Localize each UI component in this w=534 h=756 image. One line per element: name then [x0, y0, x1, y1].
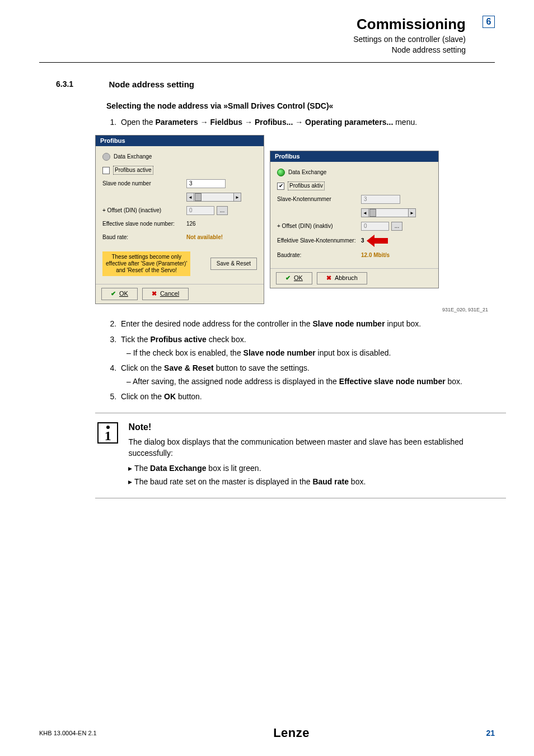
note-box: 1 Note! The dialog box displays that the…	[95, 413, 506, 498]
note-title: Note!	[128, 421, 504, 433]
dlg1-effective-label: Effective slave node number:	[102, 220, 186, 228]
dlg2-slave-knot-label: Slave-Knotennummer	[277, 195, 361, 203]
arrow-left-icon[interactable]: ◄	[361, 208, 369, 217]
dlg1-baud-value: Not available!	[186, 234, 223, 241]
note-point-2: The baud rate set on the master is displ…	[128, 477, 504, 488]
led-icon-green	[277, 169, 285, 176]
dialog2-title: Profibus	[270, 151, 438, 162]
checkbox-empty[interactable]	[102, 167, 110, 174]
figure-caption: 931E_020, 931E_21	[106, 306, 488, 314]
step-1: Open the Parameters → Fieldbus → Profibu…	[119, 117, 495, 128]
chapter-badge: 6	[483, 16, 495, 28]
arrow-right-icon[interactable]: ►	[233, 193, 241, 202]
dlg2-effective-value: 3	[361, 237, 364, 245]
dlg2-baud-label: Baudrate:	[277, 251, 361, 259]
step-3: Tick the Profibus active check box. – If…	[119, 334, 495, 358]
dlg1-offset-value: 0	[186, 206, 214, 215]
dlg2-ok-button[interactable]: ✔ OK	[276, 272, 312, 284]
dlg2-offset-value: 0	[361, 222, 389, 231]
dlg1-slave-node-label: Slave node number	[102, 180, 186, 188]
step-2: Enter the desired node address for the c…	[119, 319, 495, 330]
dlg1-data-exchange: Data Exchange	[114, 153, 152, 161]
section-number: 6.3.1	[56, 80, 106, 88]
lenze-logo: Lenze	[273, 726, 310, 740]
step-4: Click on the Save & Reset button to save…	[119, 363, 495, 387]
dlg1-baud-label: Baud rate:	[102, 234, 186, 241]
save-reset-button[interactable]: Save & Reset	[210, 258, 257, 270]
dlg1-slave-node-slider[interactable]: ◄ ►	[186, 193, 241, 202]
red-arrow-icon	[367, 235, 388, 247]
step-5: Click on the OK button.	[119, 391, 495, 403]
check-icon: ✔	[111, 290, 116, 298]
header-sub1: Settings on the controller (slave)	[353, 34, 466, 45]
ellipsis-button[interactable]: ...	[391, 222, 402, 231]
dlg1-ok-button[interactable]: ✔ OK	[101, 288, 138, 300]
dlg2-baud-value: 12.0 Mbit/s	[361, 251, 390, 259]
arrow-right-icon[interactable]: ►	[408, 208, 416, 217]
ellipsis-button[interactable]: ...	[217, 206, 228, 215]
dlg1-slave-node-value[interactable]: 3	[186, 179, 226, 188]
page-number: 21	[486, 729, 495, 738]
dlg2-offset-label: + Offset (DIN) (inaktiv)	[277, 222, 361, 230]
page-footer: KHB 13.0004-EN 2.1 Lenze 21	[39, 726, 495, 740]
section-title: Node address setting	[109, 80, 194, 89]
dialog-after: Profibus Data Exchange ✔ Profibus aktiv …	[270, 151, 439, 288]
arrow-left-icon[interactable]: ◄	[186, 193, 194, 202]
header-title: Commissioning	[353, 16, 466, 33]
dlg1-effective-value: 126	[186, 220, 196, 228]
dlg2-slave-knot-value: 3	[361, 195, 400, 204]
checkbox-checked[interactable]: ✔	[277, 183, 284, 190]
x-icon: ✖	[152, 290, 157, 298]
dlg2-effective-label: Effektive Slave-Knotennummer:	[277, 237, 361, 245]
check-icon: ✔	[285, 274, 291, 282]
dialog-before: Profibus Data Exchange Profibus active S…	[95, 135, 264, 304]
dlg2-slave-knot-slider[interactable]: ◄ ►	[361, 208, 416, 217]
dlg2-profibus-aktiv-label: Profibus aktiv	[288, 181, 325, 190]
dlg2-cancel-button[interactable]: ✖ Abbruch	[317, 272, 367, 284]
x-icon: ✖	[326, 274, 331, 282]
dlg2-data-exchange: Data Exchange	[288, 169, 326, 176]
dlg1-offset-label: + Offset (DIN) (inactive)	[102, 207, 186, 214]
footer-docid: KHB 13.0004-EN 2.1	[39, 730, 97, 736]
dlg1-yellow-note: These settings become only effective aft…	[102, 251, 190, 276]
figure-row: Profibus Data Exchange Profibus active S…	[95, 135, 495, 304]
dialog1-title: Profibus	[96, 136, 264, 146]
info-icon: 1	[97, 422, 118, 444]
header-sub2: Node address setting	[353, 45, 466, 55]
page-header: Commissioning Settings on the controller…	[0, 0, 534, 55]
dlg1-cancel-button[interactable]: ✖ Cancel	[142, 288, 189, 300]
note-point-1: The Data Exchange box is lit green.	[128, 463, 504, 474]
subheading: Selecting the node address via »Small Dr…	[106, 101, 495, 112]
dlg1-profibus-active-label: Profibus active	[113, 166, 153, 175]
note-text: The dialog box displays that the communi…	[128, 437, 504, 459]
led-icon-grey	[102, 153, 110, 161]
